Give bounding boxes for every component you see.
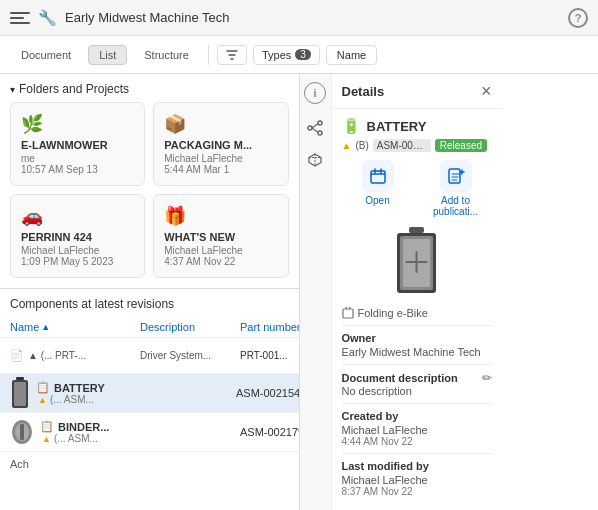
battery-detail-image <box>394 227 439 297</box>
last-modified-label: Last modified by <box>342 460 492 472</box>
components-header: Components at latest revisions <box>0 289 299 317</box>
item-icon: 🔋 <box>342 117 361 135</box>
project-name: Folding e-Bike <box>358 307 428 319</box>
last-modified-date: 8:37 AM Nov 22 <box>342 486 492 497</box>
app-icon: 🔧 <box>38 9 57 27</box>
folder-meta: Michael LaFleche <box>21 245 134 256</box>
last-modified-value: Michael LaFleche <box>342 474 492 486</box>
svg-point-8 <box>308 126 312 130</box>
detail-badges: ▲ (B) ASM-0021... Released <box>342 139 492 152</box>
folder-card-elawnmower[interactable]: 🌿 E-LAWNMOWER me 10:57 AM Sep 13 <box>10 102 145 186</box>
type-badge: (B) <box>355 140 368 151</box>
row-icon: 📋 <box>36 381 50 394</box>
types-label: Types <box>262 49 291 61</box>
add-pub-icon <box>440 160 472 192</box>
row-name-sub: ▲ (... ASM... <box>40 433 140 444</box>
detail-item-title: 🔋 BATTERY <box>342 117 492 135</box>
folder-icon: 🌿 <box>21 113 134 135</box>
warning-badge: ▲ <box>342 140 352 151</box>
row-icon: 📋 <box>40 420 54 433</box>
folder-title: WHAT'S NEW <box>164 231 277 243</box>
tab-list[interactable]: List <box>88 45 127 65</box>
details-title: Details <box>342 84 385 99</box>
folder-icon: 🚗 <box>21 205 134 227</box>
last-modified-section: Last modified by Michael LaFleche 8:37 A… <box>342 453 492 503</box>
col-name-header[interactable]: Name ▲ <box>10 321 140 333</box>
asn-badge: ASM-0021... <box>373 139 431 152</box>
folder-title: E-LAWNMOWER <box>21 139 134 151</box>
svg-rect-14 <box>449 169 460 183</box>
name-button[interactable]: Name <box>326 45 377 65</box>
components-section: Components at latest revisions Name ▲ De… <box>0 288 299 476</box>
folder-card-whatsnew[interactable]: 🎁 WHAT'S NEW Michael LaFleche 4:37 AM No… <box>153 194 288 278</box>
svg-rect-15 <box>409 227 424 233</box>
sort-up-icon: ▲ <box>41 322 50 332</box>
filter-button[interactable] <box>217 45 247 65</box>
owner-value: Early Midwest Machine Tech <box>342 346 492 358</box>
info-icon[interactable]: i <box>304 82 326 104</box>
created-by-section: Created by Michael LaFleche 4:44 AM Nov … <box>342 403 492 453</box>
open-button[interactable]: Open <box>342 160 414 217</box>
svg-point-6 <box>318 121 322 125</box>
help-icon: ? <box>575 12 582 24</box>
close-button[interactable]: × <box>481 82 492 100</box>
help-button[interactable]: ? <box>568 8 588 28</box>
edit-icon[interactable]: ✏ <box>482 371 492 385</box>
row-thumbnail <box>10 418 34 446</box>
types-badge: 3 <box>295 49 311 60</box>
share-icon[interactable] <box>307 120 323 136</box>
folder-date: 1:09 PM May 5 2023 <box>21 256 134 267</box>
folder-date: 4:37 AM Nov 22 <box>164 256 277 267</box>
row-part-number: PRT-001... <box>240 350 300 361</box>
toolbar-divider <box>208 45 209 65</box>
cube-icon[interactable] <box>307 152 323 171</box>
owner-section: Owner Early Midwest Machine Tech <box>342 325 492 364</box>
details-header: Details × <box>332 74 502 109</box>
folder-icon: 🎁 <box>164 205 277 227</box>
folder-title: PERRINN 424 <box>21 231 134 243</box>
add-pub-label: Add to publicati... <box>420 195 492 217</box>
folder-card-perrinn[interactable]: 🚗 PERRINN 424 Michael LaFleche 1:09 PM M… <box>10 194 145 278</box>
description-section: Document description ✏ No description <box>342 364 492 403</box>
svg-point-7 <box>318 131 322 135</box>
row-part-number: ASM-002179 <box>240 426 300 438</box>
row-icon: 📄 <box>10 349 24 362</box>
row-name-top: 📋 BINDER... <box>40 420 140 433</box>
row-name-cell: 📋 BINDER... ▲ (... ASM... <box>40 420 140 444</box>
row-name-label: BINDER... <box>58 421 109 433</box>
col-partnumber-header[interactable]: Part number <box>240 321 300 333</box>
row-description: Driver System... <box>140 350 240 361</box>
folder-card-packaging[interactable]: 📦 PACKAGING M... Michael LaFleche 5:44 A… <box>153 102 288 186</box>
svg-rect-2 <box>14 382 26 406</box>
open-icon <box>362 160 394 192</box>
row-name-cell: 📄 ▲ (... PRT-... <box>10 349 140 362</box>
row-thumbnail <box>10 379 30 407</box>
created-by-value: Michael LaFleche <box>342 424 492 436</box>
add-publication-button[interactable]: Add to publicati... <box>420 160 492 217</box>
created-by-label: Created by <box>342 410 492 422</box>
svg-rect-21 <box>343 309 353 318</box>
table-row[interactable]: 📋 BATTERY ▲ (... ASM... ASM-002154 B <box>0 374 299 413</box>
table-row[interactable]: 📄 ▲ (... PRT-... Driver System... PRT-00… <box>0 338 299 374</box>
sidebar-toggle[interactable] <box>10 12 30 24</box>
created-by-date: 4:44 AM Nov 22 <box>342 436 492 447</box>
types-button[interactable]: Types 3 <box>253 45 320 65</box>
folder-date: 10:57 AM Sep 13 <box>21 164 134 175</box>
col-description-header[interactable]: Description <box>140 321 240 333</box>
desc-label-row: Document description ✏ <box>342 371 492 385</box>
folder-meta: Michael LaFleche <box>164 153 277 164</box>
table-header: Name ▲ Description Part number Revision <box>0 317 299 338</box>
table-row[interactable]: 📋 BINDER... ▲ (... ASM... ASM-002179 B <box>0 413 299 452</box>
item-name: BATTERY <box>367 119 427 134</box>
folder-icon: 📦 <box>164 113 277 135</box>
tab-document[interactable]: Document <box>10 45 82 65</box>
svg-rect-5 <box>20 424 24 440</box>
details-content: 🔋 BATTERY ▲ (B) ASM-0021... Released <box>332 109 502 510</box>
owner-label: Owner <box>342 332 492 344</box>
row-part-number: ASM-002154 <box>236 387 300 399</box>
svg-rect-0 <box>16 377 24 380</box>
row-name-top: 📄 ▲ (... PRT-... <box>10 349 140 362</box>
open-label: Open <box>365 195 389 206</box>
folder-date: 5:44 AM Mar 1 <box>164 164 277 175</box>
tab-structure[interactable]: Structure <box>133 45 200 65</box>
